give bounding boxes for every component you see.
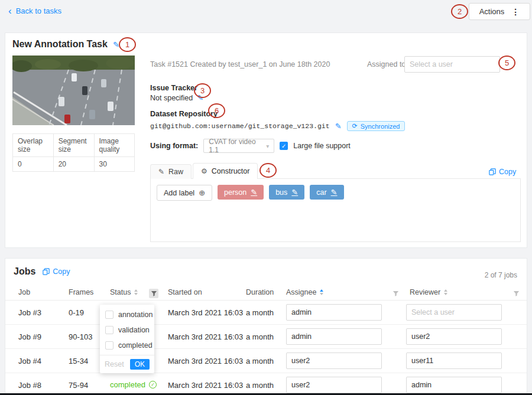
filter-option-validation[interactable]: validation: [100, 322, 154, 338]
status-badge: completed ✓: [110, 380, 157, 389]
duration-cell: a month: [246, 308, 274, 317]
col-reviewer[interactable]: Reviewer: [410, 288, 447, 296]
tab-raw-label: Raw: [168, 168, 183, 176]
sort-icon[interactable]: [320, 289, 323, 295]
reviewer-input[interactable]: [406, 352, 502, 369]
ok-button[interactable]: OK: [130, 359, 150, 370]
filter-icon-reviewer[interactable]: [511, 289, 521, 298]
sync-badge-label: Synchronized: [361, 123, 400, 130]
col-status[interactable]: Status: [110, 288, 138, 296]
job-link[interactable]: Job #4: [18, 357, 41, 365]
task-preview-image: [12, 56, 135, 125]
jobs-table-header: Job Frames Status Started on Duration As…: [5, 285, 527, 301]
param-value: 0: [13, 157, 54, 172]
reviewer-input[interactable]: [406, 304, 502, 321]
assignee-input[interactable]: [286, 328, 382, 345]
job-link[interactable]: Job #9: [18, 332, 41, 341]
label-chip-bus[interactable]: bus ✎: [269, 185, 304, 200]
label-name: person: [224, 188, 246, 197]
filter-footer: Reset OK: [100, 355, 154, 373]
chevron-down-icon: ▾: [266, 143, 269, 149]
job-link[interactable]: Job #3: [18, 308, 41, 317]
reviewer-input[interactable]: [406, 377, 502, 393]
edit-title-icon[interactable]: ✎: [113, 40, 119, 49]
copy-jobs-button[interactable]: Copy: [43, 267, 70, 276]
sort-icon[interactable]: [444, 289, 447, 295]
large-file-label: Large file support: [293, 142, 351, 150]
copy-label: Copy: [499, 168, 516, 176]
param-header: Image quality: [94, 134, 134, 157]
status-filter-dropdown: annotation validation completed Reset OK: [100, 305, 154, 373]
edit-label-icon[interactable]: ✎: [331, 188, 338, 197]
job-link[interactable]: Job #8: [18, 381, 41, 390]
build-icon: ⚙: [201, 167, 207, 175]
page-title: New Annotation Task: [12, 39, 108, 50]
frames-cell: 0-19: [69, 308, 84, 317]
filter-option-annotation[interactable]: annotation: [100, 307, 154, 322]
tab-constructor-label: Constructor: [212, 167, 250, 175]
back-to-tasks-link[interactable]: ‹ Back to tasks: [8, 6, 61, 15]
param-header: Segment size: [53, 134, 94, 157]
copy-label: Copy: [53, 267, 70, 276]
table-row: Job #4 15-34 March 3rd 2021 16:03 a mont…: [5, 349, 527, 373]
task-details-card: New Annotation Task ✎ Ov: [5, 32, 527, 248]
col-assignee-label: Assignee: [286, 288, 316, 296]
annotation-circle-2: 2: [451, 4, 468, 19]
large-file-checkbox[interactable]: ✓: [280, 142, 288, 150]
format-selected-value: CVAT for video 1.1: [209, 138, 266, 154]
assignee-input[interactable]: [286, 377, 382, 393]
col-status-label: Status: [110, 288, 131, 296]
reviewer-input[interactable]: [406, 328, 502, 345]
edit-label-icon[interactable]: ✎: [251, 188, 257, 197]
table-row: Job #8 75-94 completed ✓ March 3rd 2021 …: [5, 373, 527, 395]
filter-option-label: annotation: [118, 311, 153, 319]
copy-icon: [43, 268, 50, 275]
edit-issue-tracker-icon[interactable]: ✎: [197, 93, 203, 102]
tab-constructor[interactable]: ⚙ Constructor: [193, 163, 258, 179]
label-chip-person[interactable]: person ✎: [218, 185, 264, 200]
assignee-input[interactable]: [286, 304, 382, 321]
label-chip-car[interactable]: car ✎: [310, 185, 343, 200]
param-header: Overlap size: [13, 134, 54, 157]
sort-icon[interactable]: [134, 289, 138, 295]
back-label: Back to tasks: [16, 6, 61, 15]
filter-option-completed[interactable]: completed: [100, 338, 154, 353]
labels-tabs: ✎ Raw ⚙ Constructor: [150, 164, 258, 179]
assignee-input[interactable]: [286, 352, 382, 369]
assigned-to-label: Assigned to: [367, 60, 406, 68]
table-row: Job #3 0-19 March 3rd 2021 16:03 a month: [5, 301, 527, 325]
tab-raw[interactable]: ✎ Raw: [150, 164, 192, 179]
assigned-to-input[interactable]: [404, 56, 500, 73]
duration-cell: a month: [246, 332, 274, 341]
sync-status-badge[interactable]: ⟳ Synchronized: [347, 121, 406, 131]
copy-icon: [489, 168, 496, 175]
jobs-card: Jobs Copy 2 of 7 jobs Job Frames Status …: [5, 258, 527, 395]
col-job: Job: [18, 288, 30, 296]
col-reviewer-label: Reviewer: [410, 288, 440, 296]
checkbox[interactable]: [105, 341, 113, 350]
labels-constructor-panel: Add label ⊕ person ✎ bus ✎ car ✎: [150, 178, 521, 242]
reset-button[interactable]: Reset: [105, 360, 124, 368]
dataset-repository-label: Dataset Repository: [150, 110, 218, 118]
format-select[interactable]: CVAT for video 1.1 ▾: [203, 139, 274, 153]
actions-button[interactable]: Actions ⋮: [469, 3, 530, 20]
duration-cell: a month: [246, 381, 274, 390]
filter-icon-assignee[interactable]: [391, 289, 400, 298]
table-row: Job #9 90-103 March 3rd 2021 16:03 a mon…: [5, 325, 527, 349]
checkbox[interactable]: [105, 326, 113, 334]
issue-tracker-label: Issue Tracker: [150, 84, 197, 92]
task-title-row: New Annotation Task ✎: [12, 39, 119, 50]
params-value-row: 0 20 30: [13, 157, 135, 172]
plus-circle-icon: ⊕: [199, 188, 205, 197]
edit-repository-icon[interactable]: ✎: [335, 122, 342, 130]
started-cell: March 3rd 2021 16:03: [168, 381, 243, 390]
edit-label-icon[interactable]: ✎: [291, 188, 298, 197]
col-assignee[interactable]: Assignee: [286, 288, 323, 296]
params-header-row: Overlap size Segment size Image quality: [13, 134, 135, 157]
checkbox[interactable]: [105, 311, 113, 319]
add-label-button[interactable]: Add label ⊕: [157, 185, 212, 201]
copy-labels-button[interactable]: Copy: [489, 168, 516, 176]
check-circle-icon: ✓: [149, 381, 157, 389]
started-cell: March 3rd 2021 16:03: [168, 308, 243, 317]
filter-icon-status[interactable]: [149, 289, 158, 298]
